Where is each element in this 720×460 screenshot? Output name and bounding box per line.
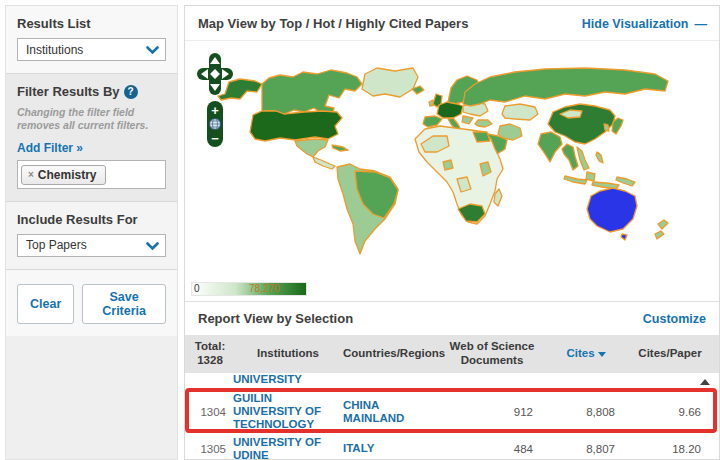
filter-section: Filter Results By? Changing the filter f… bbox=[6, 74, 177, 202]
map-pan-zoom-control: + − bbox=[197, 53, 233, 153]
minus-icon: — bbox=[695, 17, 707, 31]
results-list-value: Institutions bbox=[26, 43, 83, 57]
map-country[interactable] bbox=[462, 116, 473, 124]
help-icon[interactable]: ? bbox=[124, 85, 138, 99]
map-legend: 0 78,270 bbox=[191, 282, 307, 296]
table-row[interactable]: 1305 UNIVERSITY OF UDINE ITALY 484 8,807… bbox=[185, 432, 719, 459]
col-total: Total: 1328 bbox=[187, 340, 233, 368]
hide-visualization-link[interactable]: Hide Visualization — bbox=[582, 17, 706, 31]
report-title: Report View by Selection bbox=[198, 311, 353, 326]
clear-button[interactable]: Clear bbox=[17, 284, 74, 324]
col-countries: Countries/Regions bbox=[343, 347, 439, 361]
chevron-down-icon bbox=[146, 242, 159, 251]
map-country[interactable] bbox=[562, 144, 578, 170]
col-cites-paper: Cites/Paper bbox=[627, 347, 713, 361]
filter-tag-label: Chemistry bbox=[38, 168, 97, 182]
map-country-australia-selected[interactable] bbox=[587, 188, 637, 232]
map-country-korea[interactable] bbox=[604, 124, 609, 131]
main-panel: Map View by Top / Hot / Highly Cited Pap… bbox=[184, 5, 720, 460]
map-country-usa[interactable] bbox=[250, 111, 342, 141]
col-cites-sort[interactable]: Cites bbox=[545, 347, 627, 361]
map-country[interactable] bbox=[586, 172, 595, 181]
filter-tags-input[interactable]: × Chemistry bbox=[17, 160, 166, 189]
include-results-value: Top Papers bbox=[26, 238, 87, 252]
map-country[interactable] bbox=[313, 157, 335, 169]
pan-control[interactable] bbox=[197, 53, 233, 95]
map-country-greenland[interactable] bbox=[362, 68, 418, 97]
map-country-india[interactable] bbox=[538, 132, 562, 162]
map-country-indonesia[interactable] bbox=[564, 176, 587, 184]
scroll-up-icon[interactable] bbox=[700, 379, 710, 385]
filter-tag-chemistry[interactable]: × Chemistry bbox=[21, 165, 106, 185]
table-row[interactable]: UNIVERSITY bbox=[185, 373, 719, 390]
map-country-russia[interactable] bbox=[463, 68, 668, 106]
remove-tag-icon[interactable]: × bbox=[28, 169, 34, 180]
table-rows-viewport: UNIVERSITY 1304 GUILIN UNIVERSITY OF TEC… bbox=[185, 373, 719, 459]
map-country-turkey[interactable] bbox=[475, 120, 492, 127]
map-country[interactable] bbox=[577, 147, 589, 170]
add-filter-link[interactable]: Add Filter » bbox=[17, 141, 83, 155]
map-country[interactable] bbox=[443, 160, 453, 170]
zoom-control[interactable]: + − bbox=[207, 101, 223, 147]
esi-app: Results List Institutions Filter Results… bbox=[0, 0, 720, 460]
sort-descending-icon bbox=[598, 352, 606, 357]
col-institutions: Institutions bbox=[233, 347, 343, 361]
results-list-section: Results List Institutions bbox=[6, 6, 177, 74]
sidebar-actions: Clear Save Criteria bbox=[6, 270, 177, 336]
include-results-section: Include Results For Top Papers bbox=[6, 202, 177, 270]
results-list-dropdown[interactable]: Institutions bbox=[17, 38, 166, 61]
map-controls: + − bbox=[197, 53, 237, 157]
map-country-germany-france[interactable] bbox=[437, 102, 463, 118]
map-view-title: Map View by Top / Hot / Highly Cited Pap… bbox=[198, 16, 468, 31]
report-header: Report View by Selection Customize bbox=[185, 301, 719, 335]
map-country-new-zealand[interactable] bbox=[658, 220, 668, 229]
legend-min: 0 bbox=[194, 283, 200, 294]
results-list-label: Results List bbox=[17, 16, 166, 31]
table-header-row: Total: 1328 Institutions Countries/Regio… bbox=[185, 335, 719, 373]
col-documents: Web of Science Documents bbox=[439, 340, 545, 368]
map-country-mexico[interactable] bbox=[295, 139, 328, 157]
map-country-canada[interactable] bbox=[262, 70, 362, 116]
map-country-cuba[interactable] bbox=[332, 145, 348, 151]
save-criteria-button[interactable]: Save Criteria bbox=[82, 284, 166, 324]
map-country-philippines[interactable] bbox=[596, 152, 603, 163]
include-results-dropdown[interactable]: Top Papers bbox=[17, 234, 166, 257]
results-table: Total: 1328 Institutions Countries/Regio… bbox=[185, 335, 719, 459]
globe-icon[interactable] bbox=[210, 119, 221, 130]
map-country-kazakhstan[interactable] bbox=[502, 104, 538, 120]
choropleth-map bbox=[185, 41, 715, 299]
sidebar: Results List Institutions Filter Results… bbox=[5, 5, 178, 460]
legend-max: 78,270 bbox=[249, 283, 280, 294]
map-country-spain[interactable] bbox=[423, 116, 442, 127]
filter-note: Changing the filter field removes all cu… bbox=[17, 106, 166, 132]
customize-link[interactable]: Customize bbox=[643, 312, 706, 326]
map-country-tasmania[interactable] bbox=[621, 234, 627, 240]
map-view-header: Map View by Top / Hot / Highly Cited Pap… bbox=[185, 6, 719, 41]
include-results-label: Include Results For bbox=[17, 212, 166, 227]
zoom-out-icon[interactable]: − bbox=[211, 131, 219, 146]
zoom-in-icon[interactable]: + bbox=[211, 103, 219, 118]
filter-label: Filter Results By? bbox=[17, 84, 166, 99]
world-map: + − 0 78,270 bbox=[185, 41, 719, 301]
chevron-down-icon bbox=[146, 46, 159, 55]
map-country-new-zealand[interactable] bbox=[655, 231, 664, 239]
table-row-highlighted[interactable]: 1304 GUILIN UNIVERSITY OF TECHNOLOGY CHI… bbox=[185, 390, 719, 432]
